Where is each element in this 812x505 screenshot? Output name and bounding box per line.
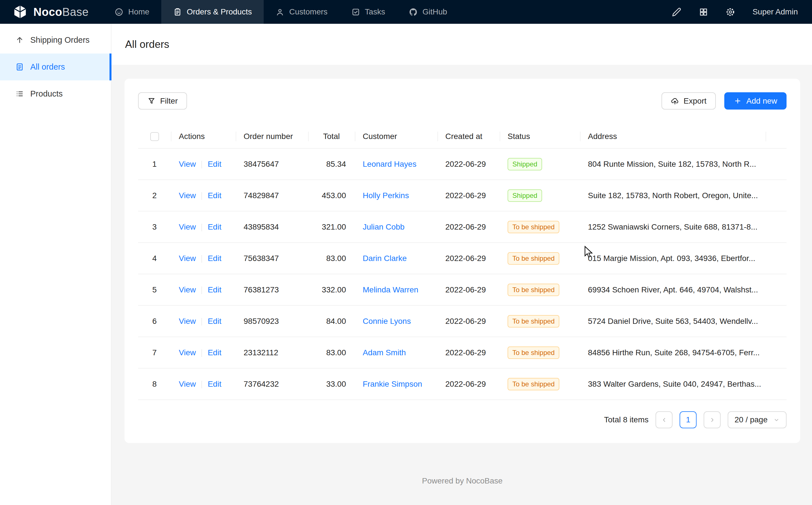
customer-link[interactable]: Adam Smith (363, 348, 406, 357)
customer-cell: Leonard Hayes (355, 160, 438, 169)
address-cell: 1252 Swaniawski Corners, Suite 688, 8137… (580, 222, 766, 231)
select-all-checkbox[interactable] (150, 132, 159, 141)
order-number-cell: 38475647 (236, 160, 308, 169)
ui-editor-button[interactable] (672, 7, 681, 17)
content-area: Filter Export (111, 65, 812, 505)
nav-item-label: Orders & Products (187, 7, 252, 16)
next-page-button[interactable] (704, 411, 721, 428)
customer-link[interactable]: Darin Clarke (363, 254, 407, 263)
filter-button[interactable]: Filter (138, 92, 187, 110)
order-number-cell: 73764232 (236, 380, 308, 389)
customer-link[interactable]: Melinda Warren (363, 285, 419, 294)
sidebar-item-products[interactable]: Products (0, 80, 111, 107)
nav-item-tasks[interactable]: Tasks (339, 0, 397, 24)
pen-icon (672, 7, 681, 17)
settings-button[interactable] (726, 7, 735, 17)
view-link[interactable]: View (179, 380, 196, 388)
customer-cell: Darin Clarke (355, 254, 438, 263)
funnel-icon (148, 97, 156, 105)
customer-link[interactable]: Holly Perkins (363, 191, 409, 200)
nav-item-customers[interactable]: Customers (264, 0, 339, 24)
total-cell: 453.00 (308, 191, 355, 200)
nocobase-logo[interactable]: NocoBase (0, 4, 100, 19)
created-at-cell: 2022-06-29 (438, 380, 500, 389)
edit-link[interactable]: Edit (208, 380, 221, 388)
export-button[interactable]: Export (661, 92, 716, 110)
prev-page-button[interactable] (655, 411, 672, 428)
action-divider (202, 318, 202, 326)
page-size-select[interactable]: 20 / page (728, 411, 787, 428)
customer-link[interactable]: Connie Lyons (363, 317, 411, 326)
view-link[interactable]: View (179, 254, 196, 263)
status-cell: To be shipped (500, 252, 580, 265)
customer-cell: Connie Lyons (355, 317, 438, 326)
gear-icon (726, 7, 735, 17)
row-index: 4 (138, 254, 171, 263)
edit-link[interactable]: Edit (208, 222, 221, 231)
nav-item-github[interactable]: GitHub (397, 0, 459, 24)
actions-cell: ViewEdit (171, 222, 236, 231)
status-badge: To be shipped (508, 315, 559, 328)
plugin-manager-button[interactable] (699, 7, 708, 17)
address-cell: 5724 Daniel Drive, Suite 563, 54403, Wen… (580, 317, 766, 326)
chevron-right-icon (709, 417, 716, 423)
chevron-down-icon (773, 417, 780, 423)
order-number-cell: 98570923 (236, 317, 308, 326)
edit-link[interactable]: Edit (208, 348, 221, 357)
arrow-up-icon (15, 36, 24, 44)
column-header-spacer (766, 125, 787, 148)
view-link[interactable]: View (179, 348, 196, 357)
edit-link[interactable]: Edit (208, 254, 221, 263)
total-cell: 33.00 (308, 380, 355, 389)
table-row: 7 ViewEdit 23132112 83.00 Adam Smith 202… (138, 337, 787, 368)
view-link[interactable]: View (179, 285, 196, 294)
card-toolbar: Filter Export (138, 92, 787, 110)
table-row: 3 ViewEdit 43895834 321.00 Julian Cobb 2… (138, 211, 787, 243)
user-menu[interactable]: Super Admin (753, 7, 798, 16)
status-cell: To be shipped (500, 378, 580, 390)
view-link[interactable]: View (179, 160, 196, 168)
check-square-icon (351, 8, 360, 16)
nav-item-label: GitHub (423, 7, 447, 16)
edit-link[interactable]: Edit (208, 285, 221, 294)
add-new-button-label: Add new (746, 97, 777, 106)
sidebar-item-shipping-orders[interactable]: Shipping Orders (0, 27, 111, 53)
add-new-button[interactable]: Add new (724, 92, 787, 110)
export-button-label: Export (684, 97, 707, 106)
status-badge: To be shipped (508, 221, 559, 233)
customer-link[interactable]: Leonard Hayes (363, 160, 417, 168)
sidebar-item-all-orders[interactable]: All orders (0, 53, 111, 80)
view-link[interactable]: View (179, 317, 196, 326)
status-cell: To be shipped (500, 221, 580, 233)
nav-item-home[interactable]: Home (103, 0, 161, 24)
status-badge: Shipped (508, 158, 542, 170)
pagination-total: Total 8 items (604, 415, 648, 424)
status-badge: To be shipped (508, 252, 559, 265)
customer-link[interactable]: Frankie Simpson (363, 380, 422, 388)
action-divider (202, 161, 202, 168)
created-at-cell: 2022-06-29 (438, 160, 500, 169)
status-cell: To be shipped (500, 346, 580, 359)
column-header-actions: Actions (171, 125, 236, 148)
navbar-right: Super Admin (672, 7, 812, 17)
status-cell: To be shipped (500, 284, 580, 296)
main-nav: Home Orders & Products Customers Tasks (103, 0, 459, 24)
smile-icon (114, 8, 123, 16)
current-page-button[interactable]: 1 (680, 411, 697, 428)
address-cell: 015 Margie Mission, Apt. 093, 34936, Ebe… (580, 254, 766, 263)
customer-link[interactable]: Julian Cobb (363, 222, 404, 231)
orders-table: Actions Order number Total Customer Crea… (138, 125, 787, 400)
edit-link[interactable]: Edit (208, 191, 221, 200)
action-divider (202, 224, 202, 231)
total-cell: 321.00 (308, 222, 355, 231)
edit-link[interactable]: Edit (208, 317, 221, 326)
view-link[interactable]: View (179, 191, 196, 200)
github-icon (409, 8, 418, 16)
nav-item-orders-products[interactable]: Orders & Products (161, 0, 264, 24)
order-number-cell: 23132112 (236, 348, 308, 357)
customer-cell: Holly Perkins (355, 191, 438, 200)
actions-cell: ViewEdit (171, 191, 236, 200)
view-link[interactable]: View (179, 222, 196, 231)
powered-by-footer: Powered by NocoBase (124, 476, 800, 486)
edit-link[interactable]: Edit (208, 160, 221, 168)
